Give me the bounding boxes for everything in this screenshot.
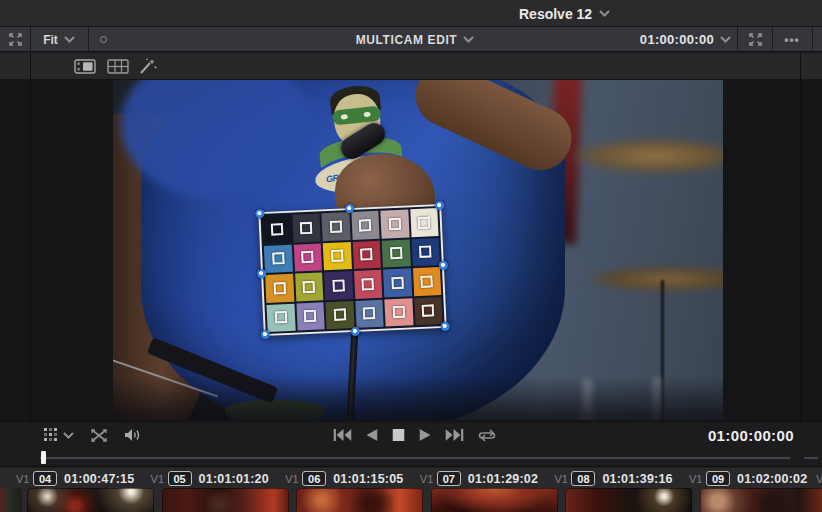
clip-number-badge: 09 — [706, 471, 730, 486]
clip-number-badge: 05 — [168, 471, 192, 486]
sample-square — [390, 247, 403, 260]
circle-icon — [100, 36, 107, 43]
clip-thumbnail[interactable] — [162, 488, 289, 512]
transport-bar: 01:00:00:00 — [0, 423, 822, 447]
playback-controls — [334, 423, 497, 447]
chart-swatch — [264, 244, 293, 273]
clip-timecode: 01:01:15:05 — [333, 472, 403, 486]
color-chart-overlay[interactable] — [258, 204, 446, 336]
source-clip-view-button[interactable] — [72, 56, 98, 76]
go-to-start-button[interactable] — [334, 429, 352, 441]
stop-icon — [393, 429, 405, 441]
chart-handle[interactable] — [350, 327, 359, 336]
grade-bypass-button[interactable] — [89, 27, 117, 52]
loop-icon — [479, 429, 497, 442]
clip-thumbnail[interactable] — [296, 488, 423, 512]
play-reverse-button[interactable] — [367, 429, 378, 441]
chart-swatch — [355, 299, 384, 328]
window-title-dropdown[interactable]: Resolve 12 — [519, 0, 610, 27]
clip-track-label: V1 — [554, 473, 569, 485]
scrubber-track[interactable] — [40, 457, 790, 459]
stop-button[interactable] — [393, 429, 405, 441]
window-titlebar: Resolve 12 — [0, 0, 822, 27]
clip-number-badge: 08 — [571, 471, 595, 486]
fullscreen-icon — [749, 33, 762, 46]
magic-wand-icon — [138, 57, 158, 75]
scrubber-playhead[interactable] — [41, 451, 46, 464]
audio-mute-button[interactable] — [124, 428, 141, 442]
skip-end-icon — [446, 429, 464, 441]
multicam-grid-icon — [107, 59, 129, 74]
viewer-scrubber[interactable] — [0, 447, 822, 467]
go-to-end-button[interactable] — [446, 429, 464, 441]
multicam-clip[interactable]: V1 09 01:02:00:02 — [689, 468, 822, 512]
chevron-down-icon — [720, 36, 731, 43]
chart-swatch — [321, 212, 350, 241]
chevron-down-icon — [463, 36, 474, 43]
chart-swatch — [384, 298, 413, 327]
clip-label: V1 04 01:00:47:15 — [16, 470, 134, 487]
clip-track-label: V1 — [285, 473, 300, 485]
transport-timecode: 01:00:00:00 — [708, 423, 794, 447]
chart-swatch — [295, 272, 324, 301]
viewer-timecode-dropdown[interactable]: 01:00:00:00 — [619, 27, 737, 52]
chart-swatch — [383, 268, 412, 297]
clip-label: V1 07 01:01:29:02 — [420, 470, 538, 487]
sample-square — [301, 251, 314, 264]
clip-track-label-partial: V — [816, 470, 822, 487]
expand-panel-button[interactable] — [0, 27, 30, 52]
scrubber-track-adjacent — [804, 457, 818, 459]
sample-square — [418, 216, 431, 229]
sample-square — [303, 280, 316, 293]
speaker-icon — [124, 428, 141, 442]
chart-handle[interactable] — [345, 204, 354, 213]
multicam-clip[interactable]: V1 08 01:01:39:16 — [554, 468, 694, 512]
source-clip-icon — [74, 59, 96, 74]
clip-label: V1 05 01:01:01:20 — [151, 470, 269, 487]
video-frame[interactable]: GREEN LANTERN — [113, 80, 723, 420]
chevron-down-icon — [599, 10, 610, 17]
ellipsis-icon: ••• — [784, 33, 800, 47]
loop-button[interactable] — [479, 429, 497, 442]
sample-square — [359, 219, 372, 232]
sample-square — [329, 220, 342, 233]
chart-swatch — [266, 303, 295, 332]
sample-square — [388, 218, 401, 231]
clip-thumbnail[interactable] — [565, 488, 692, 512]
zoom-fit-dropdown[interactable]: Fit — [31, 27, 87, 52]
color-match-button[interactable] — [135, 56, 161, 76]
clip-timecode: 01:01:29:02 — [468, 472, 538, 486]
sample-square — [272, 252, 285, 265]
swap-cameras-button[interactable] — [91, 429, 107, 442]
sample-square — [362, 278, 375, 291]
clip-thumbnail[interactable] — [27, 488, 154, 512]
chart-swatch — [351, 211, 380, 240]
multicam-clip[interactable]: V1 05 01:01:01:20 — [151, 468, 291, 512]
chart-swatch — [293, 243, 322, 272]
multicam-clip[interactable]: V1 04 01:00:47:15 — [16, 468, 156, 512]
multicam-clip[interactable]: V1 07 01:01:29:02 — [420, 468, 560, 512]
clip-timecode: 01:00:47:15 — [64, 472, 134, 486]
overlay-mode-dropdown[interactable] — [44, 428, 74, 442]
chart-swatch — [323, 242, 352, 271]
window-title: Resolve 12 — [519, 6, 592, 22]
chart-swatch — [352, 240, 381, 269]
chart-swatch — [414, 296, 443, 325]
floor-shadow — [113, 376, 723, 420]
panel-divider — [800, 53, 801, 467]
cymbal — [583, 266, 723, 292]
fullscreen-button[interactable] — [739, 27, 772, 52]
clip-timecode: 01:01:39:16 — [602, 472, 672, 486]
multicam-clip[interactable]: V1 06 01:01:15:05 — [285, 468, 425, 512]
sample-square — [421, 275, 434, 288]
play-button[interactable] — [420, 429, 431, 441]
multicam-timeline: V1 04 01:00:47:15 V1 05 01:01:01:20 V1 0… — [0, 468, 822, 512]
chart-swatch — [354, 270, 383, 299]
multicam-grid-view-button[interactable] — [105, 56, 131, 76]
sample-square — [332, 279, 345, 292]
viewer-mode-dropdown[interactable]: MULTICAM EDIT — [320, 27, 510, 52]
options-menu-button[interactable]: ••• — [773, 27, 811, 52]
sample-square — [422, 305, 435, 318]
clip-thumbnail[interactable] — [700, 488, 822, 512]
clip-thumbnail[interactable] — [431, 488, 558, 512]
